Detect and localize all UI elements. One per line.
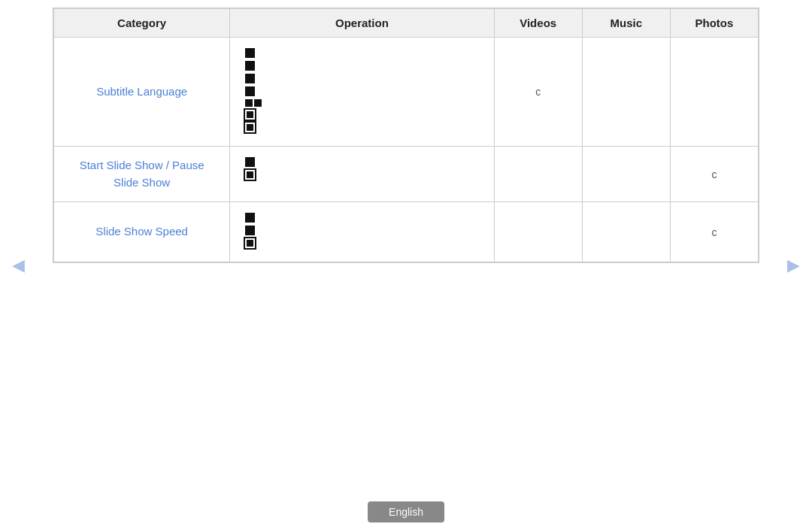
op-icon-outlined-2	[245, 123, 255, 132]
footer-language-container: English	[368, 501, 444, 522]
music-subtitle	[582, 38, 670, 147]
op-icon-double-right	[254, 99, 262, 107]
category-slideshow-start: Start Slide Show / Pause Slide Show	[54, 147, 230, 202]
operation-slideshow-speed	[230, 202, 494, 262]
op-icon-double-left	[245, 99, 253, 107]
op-icon-speed-filled-2	[245, 226, 255, 235]
main-table-container: Category Operation Videos Music Photos S…	[53, 8, 759, 263]
category-subtitle-language: Subtitle Language	[54, 38, 230, 147]
category-slideshow-speed: Slide Show Speed	[54, 202, 230, 262]
music-slideshow-speed	[582, 202, 670, 262]
op-icon-speed-outlined	[245, 238, 255, 248]
photos-slideshow-start: c	[670, 147, 758, 202]
col-category: Category	[54, 9, 230, 38]
op-icon-outlined-1	[245, 110, 255, 120]
op-icon-filled-3	[245, 74, 255, 83]
col-videos: Videos	[494, 9, 582, 38]
op-icon-slide-filled	[245, 157, 255, 167]
table-row: Start Slide Show / Pause Slide Show c	[54, 147, 759, 202]
op-icon-double	[245, 99, 262, 107]
col-music: Music	[582, 9, 670, 38]
op-icon-slide-outlined	[245, 170, 255, 180]
op-icon-speed-filled-1	[245, 213, 255, 223]
language-button[interactable]: English	[368, 501, 444, 522]
videos-slideshow-speed	[494, 202, 582, 262]
operation-slideshow-start	[230, 147, 494, 202]
op-icon-filled-4	[245, 86, 255, 96]
col-operation: Operation	[230, 9, 494, 38]
table-row: Slide Show Speed c	[54, 202, 759, 262]
col-photos: Photos	[670, 9, 758, 38]
operation-subtitle-language	[230, 38, 494, 147]
videos-subtitle: c	[494, 38, 582, 147]
photos-subtitle	[670, 38, 758, 147]
videos-slideshow-start	[494, 147, 582, 202]
table-body: Subtitle Language	[54, 38, 759, 262]
nav-arrow-right[interactable]: ▶	[787, 256, 800, 275]
nav-arrow-left[interactable]: ◀	[12, 256, 25, 275]
op-icon-filled-1	[245, 48, 255, 58]
table-row: Subtitle Language	[54, 38, 759, 147]
table-header: Category Operation Videos Music Photos	[54, 9, 759, 38]
op-icon-filled-2	[245, 61, 255, 71]
photos-slideshow-speed: c	[670, 202, 758, 262]
music-slideshow-start	[582, 147, 670, 202]
feature-table: Category Operation Videos Music Photos S…	[53, 8, 759, 262]
